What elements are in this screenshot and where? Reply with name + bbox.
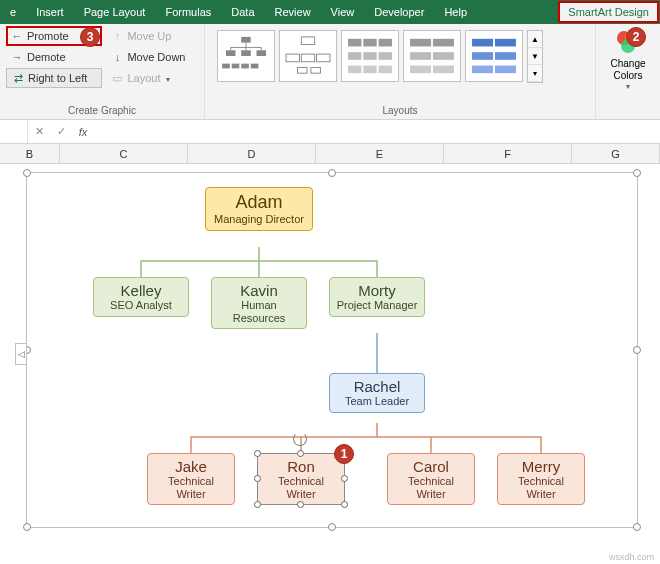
org-node-kavin[interactable]: Kavin Human Resources xyxy=(211,277,307,329)
text-pane-toggle[interactable]: ◁ xyxy=(15,343,27,365)
svg-rect-20 xyxy=(363,39,376,47)
org-node-ron[interactable]: Ron Technical Writer 1 xyxy=(257,453,345,505)
org-node-jake[interactable]: Jake Technical Writer xyxy=(147,453,235,505)
promote-arrow-icon: ← xyxy=(11,30,23,42)
svg-rect-23 xyxy=(363,52,376,60)
svg-rect-22 xyxy=(348,52,361,60)
column-header-D[interactable]: D xyxy=(188,144,316,163)
layout-gallery[interactable]: ▲ ▼ ▾ xyxy=(211,26,549,103)
tab-review[interactable]: Review xyxy=(265,0,321,24)
resize-handle[interactable] xyxy=(633,169,641,177)
tab-insert[interactable]: Insert xyxy=(26,0,74,24)
svg-rect-16 xyxy=(317,54,330,62)
svg-rect-32 xyxy=(410,66,431,74)
column-header-G[interactable]: G xyxy=(572,144,660,163)
shape-handle[interactable] xyxy=(297,501,304,508)
svg-rect-1 xyxy=(226,50,236,56)
svg-rect-4 xyxy=(222,64,230,69)
column-header-B[interactable]: B xyxy=(0,144,60,163)
svg-rect-29 xyxy=(433,39,454,47)
tab-smartart-design[interactable]: SmartArt Design xyxy=(558,1,659,23)
org-node-carol[interactable]: Carol Technical Writer xyxy=(387,453,475,505)
node-name: Adam xyxy=(212,192,306,213)
resize-handle[interactable] xyxy=(23,169,31,177)
rotate-handle-icon[interactable] xyxy=(293,432,307,446)
node-role: Technical Writer xyxy=(504,475,578,500)
formula-enter-button[interactable]: ✓ xyxy=(50,120,72,143)
ribbon-body: ← Promote 3 → Demote ⇄ Right to Left ↑ M… xyxy=(0,24,660,120)
org-node-adam[interactable]: Adam Managing Director xyxy=(205,187,313,231)
layout-drop-icon xyxy=(164,72,170,84)
resize-handle[interactable] xyxy=(328,523,336,531)
resize-handle[interactable] xyxy=(23,523,31,531)
formula-bar: ✕ ✓ fx xyxy=(0,120,660,144)
insert-function-button[interactable]: fx xyxy=(72,120,94,143)
column-header-E[interactable]: E xyxy=(316,144,444,163)
promote-button[interactable]: ← Promote 3 xyxy=(6,26,102,46)
org-node-morty[interactable]: Morty Project Manager xyxy=(329,277,425,317)
tab-developer[interactable]: Developer xyxy=(364,0,434,24)
svg-rect-39 xyxy=(495,66,516,74)
node-name: Merry xyxy=(504,458,578,475)
callout-badge-1: 1 xyxy=(334,444,354,464)
svg-rect-38 xyxy=(472,66,493,74)
worksheet-canvas[interactable]: ◁ Adam Managing Director Kelley SEO Anal… xyxy=(0,164,660,564)
column-header-C[interactable]: C xyxy=(60,144,188,163)
shape-handle[interactable] xyxy=(254,475,261,482)
svg-rect-33 xyxy=(433,66,454,74)
node-role: SEO Analyst xyxy=(100,299,182,312)
svg-rect-15 xyxy=(301,54,314,62)
column-headers: BCDEFG xyxy=(0,144,660,164)
layout-option-4[interactable] xyxy=(403,30,461,82)
demote-arrow-icon: → xyxy=(11,51,23,63)
node-role: Team Leader xyxy=(336,395,418,408)
formula-cancel-button[interactable]: ✕ xyxy=(28,120,50,143)
demote-button[interactable]: → Demote xyxy=(6,47,102,67)
layout-option-3[interactable] xyxy=(341,30,399,82)
layout-option-2[interactable] xyxy=(279,30,337,82)
node-role: Technical Writer xyxy=(394,475,468,500)
layout-option-5[interactable] xyxy=(465,30,523,82)
gallery-more-icon[interactable]: ▾ xyxy=(528,65,542,82)
formula-input[interactable] xyxy=(94,120,660,143)
tab-view[interactable]: View xyxy=(321,0,365,24)
promote-label: Promote xyxy=(27,30,69,42)
shape-handle[interactable] xyxy=(341,501,348,508)
tab-page-layout[interactable]: Page Layout xyxy=(74,0,156,24)
layout-gallery-scroll[interactable]: ▲ ▼ ▾ xyxy=(527,30,543,83)
shape-handle[interactable] xyxy=(254,501,261,508)
name-box[interactable] xyxy=(0,120,28,143)
svg-rect-17 xyxy=(298,67,308,73)
column-header-F[interactable]: F xyxy=(444,144,572,163)
org-node-merry[interactable]: Merry Technical Writer xyxy=(497,453,585,505)
svg-rect-2 xyxy=(241,50,251,56)
resize-handle[interactable] xyxy=(633,346,641,354)
layout-label: Layout xyxy=(127,72,160,84)
tab-help[interactable]: Help xyxy=(434,0,477,24)
rtl-label: Right to Left xyxy=(28,72,87,84)
shape-handle[interactable] xyxy=(254,450,261,457)
org-node-kelley[interactable]: Kelley SEO Analyst xyxy=(93,277,189,317)
shape-handle[interactable] xyxy=(297,450,304,457)
tab-formulas[interactable]: Formulas xyxy=(155,0,221,24)
move-down-button[interactable]: ↓ Move Down xyxy=(106,47,198,67)
node-name: Morty xyxy=(336,282,418,299)
resize-handle[interactable] xyxy=(328,169,336,177)
gallery-scroll-up-icon[interactable]: ▲ xyxy=(528,31,542,48)
demote-label: Demote xyxy=(27,51,66,63)
callout-badge-3: 3 xyxy=(80,27,100,47)
tab-file-fragment[interactable]: e xyxy=(0,0,26,24)
org-node-rachel[interactable]: Rachel Team Leader xyxy=(329,373,425,413)
layouts-group-label: Layouts xyxy=(211,103,589,119)
shape-handle[interactable] xyxy=(341,475,348,482)
layout-option-1[interactable] xyxy=(217,30,275,82)
node-name: Carol xyxy=(394,458,468,475)
resize-handle[interactable] xyxy=(633,523,641,531)
gallery-scroll-down-icon[interactable]: ▼ xyxy=(528,48,542,65)
group-layouts: ▲ ▼ ▾ Layouts xyxy=(205,24,596,119)
svg-rect-3 xyxy=(257,50,267,56)
tab-data[interactable]: Data xyxy=(221,0,264,24)
smartart-container[interactable]: ◁ Adam Managing Director Kelley SEO Anal… xyxy=(26,172,638,528)
right-to-left-button[interactable]: ⇄ Right to Left xyxy=(6,68,102,88)
svg-rect-37 xyxy=(495,52,516,60)
